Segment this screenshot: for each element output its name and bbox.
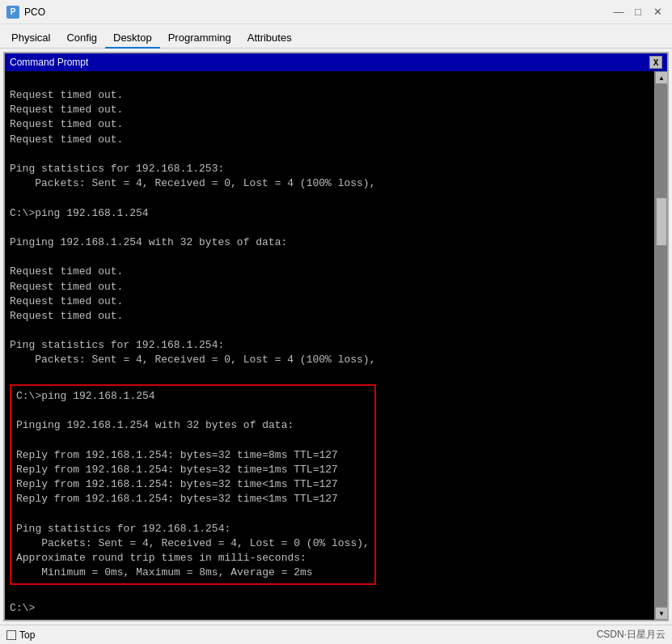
cmd-content[interactable]: Reply from 192.168.0.253: bytes=32 time=… (5, 71, 654, 620)
cmd-title-text: Command Prompt (10, 57, 88, 68)
cmd-window: Command Prompt X Reply from 192.168.0.25… (3, 52, 669, 621)
cmd-title-bar: Command Prompt X (5, 53, 667, 71)
maximize-button[interactable]: □ (630, 4, 646, 20)
top-label: Top (19, 629, 35, 641)
app-icon: P (6, 6, 19, 19)
minimize-button[interactable]: — (611, 4, 627, 20)
cmd-close-button[interactable]: X (649, 56, 662, 69)
app-title: PCO (24, 6, 45, 18)
main-area: Command Prompt X Reply from 192.168.0.25… (0, 49, 672, 625)
watermark: CSDN·日星月云 (597, 628, 666, 642)
scroll-down-button[interactable]: ▼ (655, 607, 667, 620)
scroll-up-button[interactable]: ▲ (655, 71, 667, 84)
menu-bar: Physical Config Desktop Programming Attr… (0, 24, 672, 49)
menu-item-physical[interactable]: Physical (3, 28, 58, 49)
menu-item-programming[interactable]: Programming (160, 28, 239, 49)
menu-item-config[interactable]: Config (58, 28, 105, 49)
close-button[interactable]: ✕ (649, 4, 666, 20)
menu-item-desktop[interactable]: Desktop (105, 28, 160, 49)
status-bar: Top CSDN·日星月云 (0, 625, 672, 644)
title-bar: P PCO — □ ✕ (0, 0, 672, 24)
checkbox-icon (6, 630, 16, 640)
menu-item-attributes[interactable]: Attributes (239, 28, 300, 49)
